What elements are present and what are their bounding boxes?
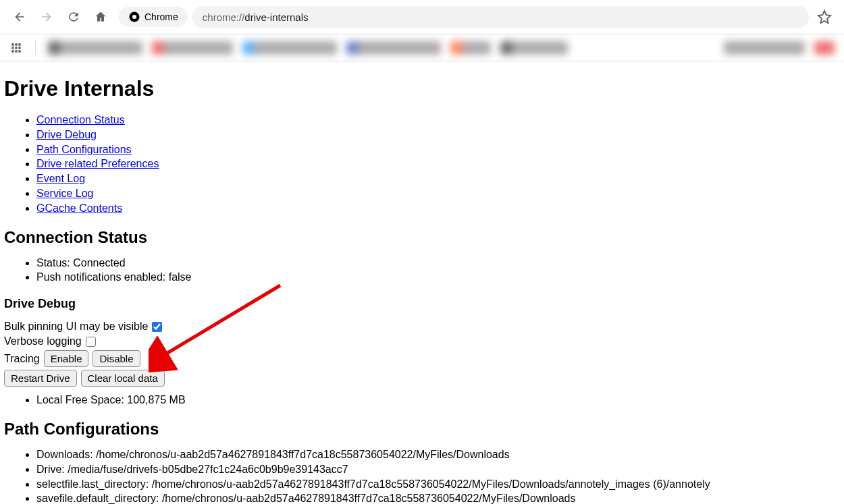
apps-icon[interactable] — [9, 41, 23, 55]
clear-local-data-button[interactable]: Clear local data — [81, 370, 165, 387]
list-item: Local Free Space: 100,875 MB — [36, 393, 840, 408]
bulk-pinning-checkbox[interactable] — [152, 322, 162, 332]
bookmark-item[interactable] — [242, 41, 337, 55]
bookmark-item[interactable] — [814, 41, 835, 55]
list-item: Connection Status — [36, 113, 840, 128]
connection-status-heading: Connection Status — [4, 228, 840, 247]
list-item: Downloads: /home/chronos/u-aab2d57a46278… — [36, 448, 840, 462]
site-chip[interactable]: Chrome — [119, 7, 188, 27]
path-configurations-list: Downloads: /home/chronos/u-aab2d57a46278… — [36, 448, 840, 504]
bookmark-item[interactable] — [724, 41, 805, 55]
path-configurations-heading: Path Configurations — [4, 420, 840, 439]
nav-link-connection-status[interactable]: Connection Status — [36, 114, 125, 125]
reload-icon — [67, 10, 80, 24]
star-icon — [817, 9, 832, 24]
forward-button[interactable] — [35, 5, 58, 28]
drive-debug-heading: Drive Debug — [4, 297, 840, 311]
site-chip-label: Chrome — [144, 11, 178, 22]
page-content: Drive Internals Connection Status Drive … — [0, 61, 844, 504]
connection-status-list: Status: Connected Push notifications ena… — [36, 256, 840, 285]
arrow-right-icon — [40, 10, 53, 24]
bulk-pinning-label: Bulk pinning UI may be visible — [4, 320, 148, 333]
restart-drive-button[interactable]: Restart Drive — [4, 370, 77, 387]
nav-link-drive-preferences[interactable]: Drive related Preferences — [36, 158, 159, 169]
home-icon — [94, 10, 107, 24]
verbose-logging-checkbox[interactable] — [86, 337, 96, 347]
nav-link-event-log[interactable]: Event Log — [36, 173, 85, 184]
list-item: Path Configurations — [36, 143, 840, 157]
url-scheme: chrome:// — [203, 11, 245, 23]
chrome-icon — [128, 11, 140, 23]
tracing-disable-button[interactable]: Disable — [93, 350, 140, 367]
nav-link-list: Connection Status Drive Debug Path Confi… — [36, 113, 840, 216]
bookmark-item[interactable] — [500, 41, 568, 55]
nav-link-path-configurations[interactable]: Path Configurations — [36, 144, 132, 155]
list-item: Drive: /media/fuse/drivefs-b05dbe27fc1c2… — [36, 463, 840, 477]
list-item: Drive related Preferences — [36, 157, 840, 171]
nav-link-gcache-contents[interactable]: GCache Contents — [36, 202, 122, 214]
bookmarks-bar — [0, 34, 844, 61]
url-path: drive-internals — [244, 11, 308, 23]
divider — [35, 41, 36, 55]
home-button[interactable] — [89, 5, 112, 28]
list-item: Status: Connected — [36, 256, 840, 271]
list-item: Drive Debug — [36, 128, 840, 142]
back-button[interactable] — [8, 5, 31, 28]
nav-link-service-log[interactable]: Service Log — [36, 188, 94, 199]
list-item: GCache Contents — [36, 202, 840, 216]
verbose-logging-label: Verbose logging — [4, 335, 82, 347]
bookmark-item[interactable] — [152, 41, 233, 55]
list-item: selectfile.last_directory: /home/chronos… — [36, 478, 840, 492]
list-item: savefile.default_directory: /home/chrono… — [36, 492, 840, 504]
tracing-enable-button[interactable]: Enable — [44, 350, 89, 367]
list-item: Push notifications enabled: false — [36, 271, 840, 285]
address-bar[interactable]: chrome://drive-internals — [192, 6, 809, 28]
drive-debug-info-list: Local Free Space: 100,875 MB — [36, 393, 840, 408]
bookmark-item[interactable] — [346, 41, 441, 55]
reload-button[interactable] — [62, 5, 85, 28]
svg-point-1 — [132, 15, 136, 19]
nav-link-drive-debug[interactable]: Drive Debug — [36, 129, 97, 140]
list-item: Event Log — [36, 172, 840, 186]
arrow-left-icon — [13, 10, 26, 24]
bookmark-item[interactable] — [450, 41, 491, 55]
bookmark-item[interactable] — [48, 41, 142, 55]
browser-toolbar: Chrome chrome://drive-internals — [0, 0, 844, 34]
bookmark-star-button[interactable] — [813, 5, 836, 28]
page-title: Drive Internals — [4, 76, 840, 101]
tracing-label: Tracing — [4, 353, 40, 365]
list-item: Service Log — [36, 187, 840, 201]
